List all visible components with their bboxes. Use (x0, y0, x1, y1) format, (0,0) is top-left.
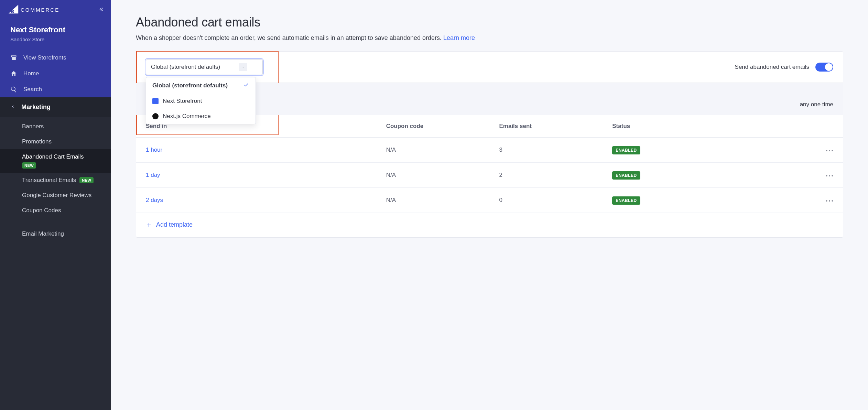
option-label: Global (storefront defaults) (152, 82, 228, 89)
add-template-label: Add template (156, 221, 193, 228)
toggle-knob (825, 63, 833, 71)
sub-promotions[interactable]: Promotions (0, 134, 111, 149)
home-icon (10, 70, 17, 77)
add-template-button[interactable]: Add template (146, 221, 193, 228)
col-coupon: Coupon code (377, 115, 490, 138)
table-row: 1 hour N/A 3 ENABLED (136, 138, 843, 163)
storefront-select[interactable]: Global (storefront defaults) (146, 59, 263, 75)
svg-text:B: B (11, 9, 15, 14)
section-label: Marketing (21, 104, 51, 111)
nav-label: Home (23, 70, 39, 77)
svg-point-2 (829, 150, 830, 151)
send-emails-toggle[interactable] (815, 63, 833, 72)
sub-abandoned-cart-emails[interactable]: Abandoned Cart Emails NEW (0, 149, 111, 173)
send-in-link[interactable]: 1 hour (146, 147, 162, 153)
sub-email-marketing[interactable]: Email Marketing (0, 226, 111, 241)
plus-icon (146, 222, 152, 228)
sent-cell: 3 (489, 138, 603, 163)
sent-cell: 2 (489, 163, 603, 188)
send-emails-toggle-wrap: Send abandoned cart emails (735, 63, 833, 72)
nav-view-storefronts[interactable]: View Storefronts (0, 50, 111, 66)
store-name: Next Storefront (10, 25, 101, 34)
col-sent: Emails sent (489, 115, 603, 138)
col-status: Status (603, 115, 758, 138)
sub-label: Transactional Emails (22, 177, 76, 184)
row-actions-menu[interactable] (826, 172, 833, 178)
svg-point-3 (832, 150, 833, 151)
sub-label: Promotions (22, 138, 52, 145)
page-description: When a shopper doesn't complete an order… (136, 34, 843, 42)
table-row: 2 days N/A 0 ENABLED (136, 188, 843, 213)
new-badge: NEW (22, 162, 36, 169)
send-in-link[interactable]: 1 day (146, 172, 160, 178)
dropdown-option-next-storefront[interactable]: Next Storefront (146, 94, 256, 109)
svg-point-5 (829, 175, 830, 176)
svg-point-9 (832, 200, 833, 202)
sub-transactional-emails[interactable]: Transactional Emails NEW (0, 173, 111, 188)
status-badge: ENABLED (612, 196, 640, 205)
new-badge: NEW (79, 177, 94, 183)
storefront-icon (152, 98, 159, 104)
nav-label: Search (23, 86, 42, 93)
store-subtitle: Sandbox Store (10, 36, 101, 42)
sub-banners[interactable]: Banners (0, 119, 111, 134)
nav-label: View Storefronts (23, 54, 66, 61)
nav-home[interactable]: Home (0, 66, 111, 82)
caret-down-icon (239, 63, 247, 71)
row-actions-menu[interactable] (826, 147, 833, 153)
sent-cell: 0 (489, 188, 603, 213)
status-badge: ENABLED (612, 146, 640, 154)
templates-table: Send in Coupon code Emails sent Status 1… (136, 115, 843, 213)
toggle-label: Send abandoned cart emails (735, 64, 809, 71)
primary-nav: View Storefronts Home Search (0, 50, 111, 97)
storefront-icon (152, 113, 159, 119)
storefront-select-value: Global (storefront defaults) (151, 64, 220, 71)
brand-name: COMMERCE (21, 7, 59, 13)
send-in-link[interactable]: 2 days (146, 197, 163, 203)
sub-label: Email Marketing (22, 230, 64, 237)
table-row: 1 day N/A 2 ENABLED (136, 163, 843, 188)
table-note-partial: any one time (800, 101, 833, 108)
chevron-double-left-icon (99, 6, 105, 12)
row-actions-menu[interactable] (826, 197, 833, 203)
page-description-text: When a shopper doesn't complete an order… (136, 34, 443, 41)
store-block: Next Storefront Sandbox Store (0, 19, 111, 50)
svg-point-6 (832, 175, 833, 176)
page-title: Abandoned cart emails (136, 15, 843, 30)
storefront-select-wrap: Global (storefront defaults) Global (sto… (146, 59, 263, 75)
status-badge: ENABLED (612, 171, 640, 180)
search-icon (10, 86, 17, 93)
card-header: Global (storefront defaults) Global (sto… (136, 52, 843, 83)
dropdown-option-nextjs-commerce[interactable]: Next.js Commerce (146, 109, 256, 124)
settings-card: Global (storefront defaults) Global (sto… (136, 51, 843, 238)
sub-label: Google Customer Reviews (22, 192, 91, 199)
sidebar-collapse-button[interactable] (99, 6, 105, 13)
coupon-cell: N/A (377, 188, 490, 213)
sub-label: Abandoned Cart Emails (22, 153, 84, 160)
svg-point-7 (826, 200, 827, 202)
sub-google-customer-reviews[interactable]: Google Customer Reviews (0, 188, 111, 203)
option-label: Next Storefront (163, 98, 202, 105)
sub-label: Coupon Codes (22, 207, 61, 214)
storefront-dropdown: Global (storefront defaults) Next Storef… (146, 77, 256, 124)
storefront-icon (10, 54, 17, 61)
sub-label: Banners (22, 123, 44, 130)
dropdown-option-global[interactable]: Global (storefront defaults) (146, 77, 256, 94)
sub-coupon-codes[interactable]: Coupon Codes (0, 203, 111, 218)
bigcommerce-logo-icon: B (8, 4, 19, 15)
coupon-cell: N/A (377, 163, 490, 188)
svg-point-1 (826, 150, 827, 151)
learn-more-link[interactable]: Learn more (443, 34, 475, 41)
sidebar-section-marketing[interactable]: Marketing (0, 97, 111, 117)
sidebar: B COMMERCE Next Storefront Sandbox Store… (0, 0, 111, 410)
marketing-submenu: Banners Promotions Abandoned Cart Emails… (0, 117, 111, 410)
chevron-left-icon (10, 104, 15, 111)
brand-logo: B COMMERCE (8, 4, 59, 15)
svg-point-4 (826, 175, 827, 176)
svg-point-8 (829, 200, 830, 202)
coupon-cell: N/A (377, 138, 490, 163)
check-icon (243, 82, 249, 89)
main-content: Abandoned cart emails When a shopper doe… (111, 0, 868, 410)
option-label: Next.js Commerce (163, 113, 211, 120)
nav-search[interactable]: Search (0, 82, 111, 97)
